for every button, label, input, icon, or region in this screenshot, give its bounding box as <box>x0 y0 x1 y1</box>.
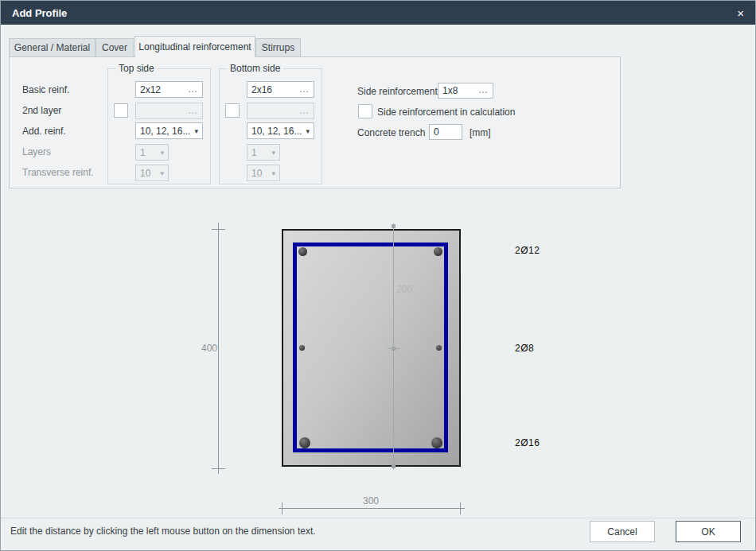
axis-mark-top <box>392 224 396 228</box>
top-add-reinf-dropdown[interactable]: 10, 12, 16... ▾ <box>135 122 203 139</box>
form-panel: Basic reinf. 2nd layer Add. reinf. Layer… <box>9 56 621 188</box>
side-reinforcement-calc-checkbox[interactable] <box>358 104 372 118</box>
ok-button[interactable]: OK <box>676 521 741 542</box>
chevron-down-icon: ▾ <box>160 149 164 157</box>
concrete-trench-unit: [mm] <box>470 127 491 138</box>
concrete-trench-input[interactable]: 0 <box>429 124 462 140</box>
bottom-layers-dropdown: 1 ▾ <box>247 144 280 161</box>
label-2nd-layer: 2nd layer <box>22 105 61 116</box>
label-layers: Layers <box>22 146 51 157</box>
bar-label-top: 2Ø12 <box>515 245 540 256</box>
concrete-trench-label: Concrete trench <box>357 127 425 138</box>
tab-longitudinal-reinforcement[interactable]: Longitudinal reinforcement <box>134 36 255 57</box>
chevron-down-icon: ▾ <box>160 169 164 177</box>
chevron-down-icon: ▾ <box>194 127 198 135</box>
tab-general-material[interactable]: General / Material <box>9 38 95 56</box>
chevron-down-icon: ▾ <box>271 169 275 177</box>
rebar-middle-left <box>299 345 305 351</box>
side-reinforcement-calc-label: Side reinforcement in calculation <box>377 107 515 118</box>
add-profile-dialog: Add Profile × General / Material Cover L… <box>0 0 756 551</box>
width-dim-text[interactable]: 300 <box>347 495 395 506</box>
chevron-down-icon: ▾ <box>271 149 275 157</box>
spacing-upper-text[interactable]: 200 <box>396 284 412 295</box>
axis-mark-bottom <box>392 464 396 468</box>
ellipsis-icon: … <box>188 87 198 92</box>
top-basic-reinf-field[interactable]: 2x12 … <box>135 81 203 98</box>
side-reinforcement-label: Side reinforcement <box>357 86 438 97</box>
bottom-2nd-layer-field: … <box>247 103 314 119</box>
status-text: Edit the distance by clicking the left m… <box>10 526 316 537</box>
tab-stirrups[interactable]: Stirrups <box>255 38 301 56</box>
bottom-add-reinf-dropdown[interactable]: 10, 12, 16... ▾ <box>247 122 314 139</box>
top-2nd-layer-field: … <box>135 103 203 119</box>
rebar-top-left <box>298 247 307 256</box>
top-2nd-layer-checkbox[interactable] <box>114 103 128 118</box>
tab-cover[interactable]: Cover <box>95 38 134 56</box>
rebar-bottom-left <box>299 437 310 448</box>
width-dim-tick-left <box>282 502 283 514</box>
height-dim-tick-top <box>212 229 225 230</box>
top-transverse-reinf-dropdown: 10 ▾ <box>135 165 169 181</box>
bottom-transverse-reinf-dropdown: 10 ▾ <box>247 165 280 181</box>
stirrup-outline <box>293 243 448 452</box>
cancel-button[interactable]: Cancel <box>590 521 655 542</box>
width-dim-tick-right <box>460 502 461 514</box>
spacing-lower-text[interactable]: 200 <box>396 403 412 414</box>
top-side-legend: Top side <box>115 63 158 74</box>
side-reinforcement-field[interactable]: 1x8 … <box>438 83 493 99</box>
rebar-top-right <box>434 247 442 256</box>
label-add-reinf: Add. reinf. <box>22 126 66 137</box>
rebar-bottom-right <box>431 437 442 448</box>
bottom-side-legend: Bottom side <box>227 63 283 74</box>
ellipsis-icon: … <box>188 108 198 114</box>
bottom-basic-reinf-field[interactable]: 2x16 … <box>247 81 314 98</box>
height-dim-text[interactable]: 400 <box>197 343 217 354</box>
width-dim-line <box>279 508 465 509</box>
close-icon[interactable]: × <box>737 7 744 19</box>
bar-label-middle: 2Ø8 <box>515 343 534 354</box>
height-dim-line <box>218 223 219 474</box>
ellipsis-icon: … <box>478 87 489 93</box>
rebar-middle-right <box>436 345 442 351</box>
ellipsis-icon: … <box>299 108 310 114</box>
window-title: Add Profile <box>12 7 67 19</box>
chevron-down-icon: ▾ <box>306 127 310 135</box>
label-transverse-reinf: Transverse reinf. <box>22 167 94 178</box>
top-layers-dropdown: 1 ▾ <box>135 144 169 161</box>
label-basic-reinf: Basic reinf. <box>22 84 69 95</box>
bar-label-bottom: 2Ø16 <box>515 437 540 448</box>
footer-divider <box>1 518 756 518</box>
height-dim-tick-bottom <box>212 468 225 469</box>
axis-mark-center <box>392 347 396 351</box>
bottom-2nd-layer-checkbox[interactable] <box>225 103 240 118</box>
ellipsis-icon: … <box>299 87 310 92</box>
title-bar: Add Profile × <box>1 1 755 25</box>
